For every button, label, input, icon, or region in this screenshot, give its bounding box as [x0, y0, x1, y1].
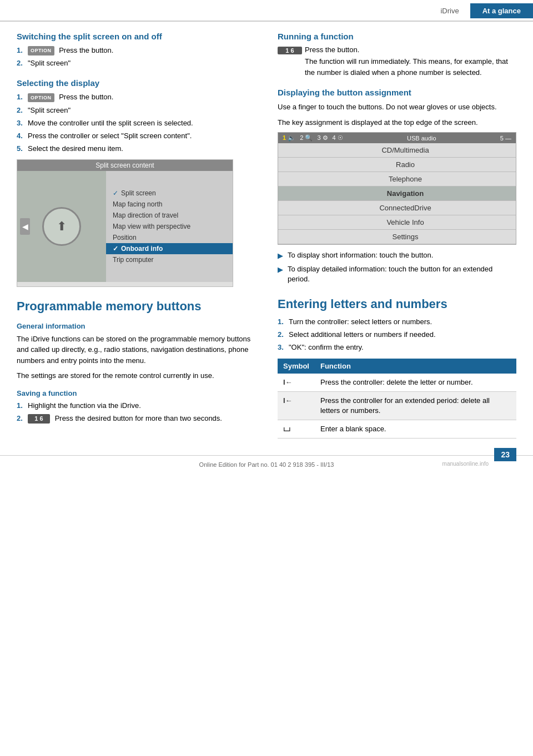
step-text: Select additional letters or numbers if … [289, 330, 516, 340]
bullet-text2: To display detailed information: touch t… [288, 264, 516, 284]
step-text: Move the controller until the split scre… [28, 118, 261, 128]
bullet-arrow-icon: ▶ [278, 251, 288, 261]
menu-item: Split screen [106, 188, 233, 199]
section-title-entering: Entering letters and numbers [278, 297, 516, 311]
select-display-list: 1. OPTION Press the button. 2. "Split sc… [17, 92, 261, 154]
option-icon: OPTION [28, 93, 54, 103]
list-item: 1. Turn the controller: select letters o… [278, 317, 516, 327]
menu-item: Map facing north [106, 199, 233, 210]
idrive-menu-item: Settings [278, 230, 516, 244]
section-title-select-display: Selecting the display [17, 78, 261, 88]
split-left-map: ◀ ⬆ [17, 171, 106, 282]
footer-text: Online Edition for Part no. 01 40 2 918 … [199, 461, 334, 468]
running-text: Press the button. The function will run … [305, 46, 516, 78]
idrive-menu-item: Vehicle Info [278, 215, 516, 230]
idrive-topbar-item3: 3 ⚙ [317, 134, 328, 142]
idrive-menu-item: Telephone [278, 172, 516, 187]
split-right-menu: Split screenMap facing northMap directio… [106, 171, 233, 282]
list-item: 2. "Split screen" [17, 58, 261, 68]
header-tab: At a glance [470, 3, 533, 18]
saving-list: 1. Highlight the function via the iDrive… [17, 401, 261, 424]
section-title-display-assign: Displaying the button assignment [278, 88, 516, 97]
section-title-programmable: Programmable memory buttons [17, 299, 261, 314]
running-text1: Press the button. [305, 46, 516, 54]
symbol-cell: I← [278, 374, 315, 392]
display-assign-text2: The key assignment is displayed at the t… [278, 117, 516, 128]
sub-title-saving: Saving a function [17, 389, 261, 397]
page-header: iDrive At a glance [0, 0, 533, 22]
step-text: Turn the controller: select letters or n… [289, 317, 516, 327]
general-info-text2: The settings are stored for the remote c… [17, 370, 261, 381]
table-row: ⌴Enter a blank space. [278, 420, 516, 439]
idrive-menu-list: CD/MultimediaRadioTelephoneNavigationCon… [278, 143, 516, 244]
step-text: Highlight the function via the iDrive. [28, 401, 261, 411]
step-text: Press the button. [59, 93, 113, 101]
entering-list: 1. Turn the controller: select letters o… [278, 317, 516, 353]
symbol-table: Symbol Function I←Press the controller: … [278, 359, 516, 439]
watermark-text: manualsonline.info [443, 461, 489, 467]
idrive-topbar-item1: 1 🔈 [283, 134, 295, 142]
step-text: Press the controller or select "Split sc… [28, 131, 261, 141]
symbol-cell: ⌴ [278, 420, 315, 439]
idrive-menu-item: CD/Multimedia [278, 143, 516, 158]
list-item: 2. 1 6 Press the desired button for more… [17, 414, 261, 424]
function-cell: Press the controller for an extended per… [315, 391, 516, 420]
left-column: Switching the split screen on and off 1.… [17, 32, 261, 439]
list-item: 2. "Split screen" [17, 105, 261, 115]
menu-item: Map direction of travel [106, 210, 233, 221]
list-item: 4. Press the controller or select "Split… [17, 131, 261, 141]
table-col-function: Function [315, 359, 516, 374]
idrive-screen-mockup: 1 🔈 2 🔍 3 ⚙ 4 ☉ USB audio 5 — CD/Multime… [278, 132, 516, 245]
step-text: "Split screen" [28, 105, 261, 115]
nav-left-arrow[interactable]: ◀ [20, 218, 30, 235]
section-title-running: Running a function [278, 32, 516, 41]
table-row: I←Press the controller: delete the lette… [278, 374, 516, 392]
idrive-topbar-5: 5 — [500, 135, 511, 142]
list-item: 3. Move the controller until the split s… [17, 118, 261, 128]
idrive-topbar: 1 🔈 2 🔍 3 ⚙ 4 ☉ USB audio 5 — [278, 133, 516, 143]
list-item: 2. Select additional letters or numbers … [278, 330, 516, 340]
section-title-switch-split: Switching the split screen on and off [17, 32, 261, 41]
page-footer: Online Edition for Part no. 01 40 2 918 … [0, 455, 533, 471]
menu-item: Trip computer [106, 254, 233, 265]
idrive-topbar-item4: 4 ☉ [333, 134, 343, 142]
display-assign-text1: Use a finger to touch the buttons. Do no… [278, 102, 516, 113]
step-text: Press the button. [59, 46, 113, 54]
symbol-cell: I← [278, 391, 315, 420]
idrive-menu-item: ConnectedDrive [278, 201, 516, 215]
list-item: 3. "OK": confirm the entry. [278, 342, 516, 352]
idrive-menu-item: Radio [278, 158, 516, 172]
step-text: "OK": confirm the entry. [289, 342, 516, 352]
right-column: Running a function 1 6 Press the button.… [278, 32, 516, 439]
table-col-symbol: Symbol [278, 359, 315, 374]
bullet-arrow-icon: ▶ [278, 265, 288, 275]
sub-title-general-info: General information [17, 322, 261, 330]
table-header-row: Symbol Function [278, 359, 516, 374]
step-text: "Split screen" [28, 58, 261, 68]
page-number: 23 [494, 448, 516, 461]
mem-btn-icon: 1 6 [278, 47, 302, 54]
list-item: 1. OPTION Press the button. [17, 92, 261, 102]
button-info-list: ▶ To display short information: touch th… [278, 250, 516, 285]
table-row: I←Press the controller for an extended p… [278, 391, 516, 420]
idrive-topbar-item2: 2 🔍 [300, 134, 313, 142]
header-left-text: iDrive [0, 7, 470, 15]
menu-item: Onboard info [106, 243, 233, 254]
mem-btn-icon: 1 6 [28, 414, 50, 424]
bullet-text1: To display short information: touch the … [288, 250, 433, 260]
idrive-menu-item: Navigation [278, 187, 516, 201]
split-screen-mockup: Split screen content ◀ ⬆ Split screenMap… [17, 159, 233, 287]
step-text: Press the desired button for more than t… [55, 414, 222, 422]
function-cell: Enter a blank space. [315, 420, 516, 439]
list-item: 1. OPTION Press the button. [17, 46, 261, 56]
step-text: Select the desired menu item. [28, 144, 261, 154]
menu-item: Map view with perspective [106, 221, 233, 232]
list-item: ▶ To display short information: touch th… [278, 250, 516, 261]
running-text2: The function will run immediately. This … [305, 56, 516, 78]
split-screen-body: ◀ ⬆ Split screenMap facing northMap dire… [17, 171, 233, 282]
switch-split-list: 1. OPTION Press the button. 2. "Split sc… [17, 46, 261, 68]
split-screen-header: Split screen content [17, 160, 233, 171]
running-function-block: 1 6 Press the button. The function will … [278, 46, 516, 78]
menu-item: Position [106, 232, 233, 243]
list-item: 5. Select the desired menu item. [17, 144, 261, 154]
